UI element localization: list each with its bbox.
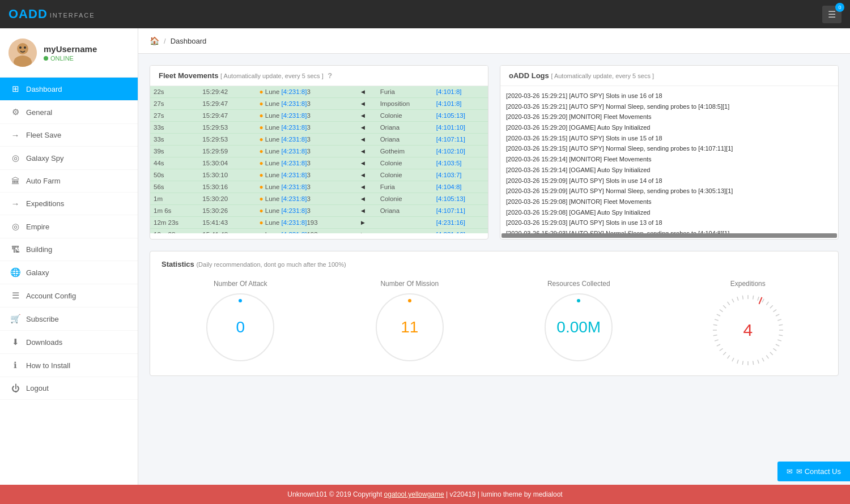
sidebar-item-galaxy[interactable]: 🌐 Galaxy: [0, 261, 138, 284]
fleet-from-coord[interactable]: [4:231:8]: [282, 207, 307, 214]
svg-line-10: [770, 305, 773, 308]
help-icon[interactable]: ?: [328, 71, 332, 80]
galaxy-spy-icon: ◎: [10, 153, 20, 163]
svg-line-43: [737, 297, 738, 301]
sidebar-item-fleet-save[interactable]: → Fleet Save: [0, 124, 138, 147]
avatar-svg: [8, 39, 37, 67]
fleet-from-coord[interactable]: [4:231:8]: [282, 112, 307, 119]
fleet-arrow: ◄: [356, 193, 377, 205]
account-config-icon: ☰: [10, 291, 20, 301]
fleet-clock: 15:29:53: [199, 134, 256, 146]
howto-icon: ℹ: [10, 360, 20, 370]
footer-link[interactable]: ogatool.yellowgame: [384, 490, 444, 498]
svg-line-39: [720, 310, 723, 312]
svg-line-27: [737, 360, 738, 364]
svg-line-6: [753, 296, 753, 300]
fleet-from: ● Lune [4:231:8]193: [256, 217, 356, 229]
logs-title: oADD Logs: [509, 71, 549, 80]
fleet-dest-coord[interactable]: [4:103:7]: [433, 169, 488, 181]
logs-panel-header: oADD Logs [ Automatically update, every …: [500, 66, 838, 86]
logs-scrollbar: [502, 233, 837, 238]
fleet-time: 50s: [150, 169, 199, 181]
notification-button[interactable]: ☰ 0: [822, 6, 842, 23]
fleet-from-coord[interactable]: [4:231:8]: [282, 160, 307, 166]
fleet-from-coord[interactable]: [4:231:8]: [282, 195, 307, 202]
fleet-dest-coord[interactable]: [4:101:8]: [433, 86, 488, 98]
sidebar-item-dashboard[interactable]: ⊞ Dashboard: [0, 78, 138, 101]
fleet-from-coord[interactable]: [4:231:8]: [282, 219, 307, 226]
statistics-header: Statistics (Daily recommendation, dont g…: [162, 260, 827, 268]
fleet-dest-coord[interactable]: [4:103:5]: [433, 157, 488, 169]
svg-line-17: [777, 340, 781, 341]
main-content: 🏠 / Dashboard Fleet Movements [ Automati…: [138, 28, 850, 504]
log-entry: [2020-03-26 15:29:09] [AUTO SPY] Normal …: [506, 186, 832, 197]
sidebar-item-galaxy-spy[interactable]: ◎ Galaxy Spy: [0, 147, 138, 170]
fleet-dest-coord[interactable]: [4:107:11]: [433, 205, 488, 217]
fleet-dest-coord[interactable]: [4:102:10]: [433, 146, 488, 157]
subscribe-icon: 🛒: [10, 314, 20, 324]
sidebar-item-how-to-install[interactable]: ℹ How to Install: [0, 354, 138, 377]
fleet-arrow: ◄: [356, 110, 377, 122]
downloads-icon: ⬇: [10, 337, 20, 347]
logs-auto-update: [ Automatically update, every 5 secs ]: [551, 72, 654, 79]
fleet-clock: 15:41:43: [199, 217, 256, 229]
svg-point-4: [24, 46, 26, 49]
fleet-from: ● Lune [4:231:8]3: [256, 157, 356, 169]
fleet-from-coord[interactable]: [4:231:8]: [282, 148, 307, 155]
sidebar-item-label: Logout: [26, 384, 49, 392]
fleet-from-coord[interactable]: [4:231:8]: [282, 172, 307, 178]
sidebar-item-account-config[interactable]: ☰ Account Config: [0, 284, 138, 307]
fleet-from-coord[interactable]: [4:231:8]: [282, 183, 307, 190]
fleet-table-wrapper[interactable]: 22s 15:29:42 ● Lune [4:231:8]3 ◄ Furia […: [150, 86, 488, 233]
fleet-dest-coord[interactable]: [4:231:16]: [433, 217, 488, 229]
fleet-row: 56s 15:30:16 ● Lune [4:231:8]3 ◄ Furia […: [150, 181, 488, 193]
fleet-from-coord[interactable]: [4:231:8]: [282, 231, 307, 233]
sidebar-item-general[interactable]: ⚙ General: [0, 101, 138, 124]
fleet-from-coord[interactable]: [4:231:8]: [282, 124, 307, 131]
sidebar-item-subscribe[interactable]: 🛒 Subscribe: [0, 307, 138, 331]
fleet-dest-coord[interactable]: [4:105:13]: [433, 193, 488, 205]
resources-circle: 0.00M: [545, 293, 613, 361]
fleet-row: 44s 15:30:04 ● Lune [4:231:8]3 ◄ Colonie…: [150, 157, 488, 169]
fleet-from-coord[interactable]: [4:231:8]: [282, 88, 307, 95]
fleet-dest-coord[interactable]: [4:104:8]: [433, 181, 488, 193]
sidebar-item-building[interactable]: 🏗 Building: [0, 238, 138, 261]
fleet-time: 27s: [150, 110, 199, 122]
sidebar-item-expeditions[interactable]: → Expeditions: [0, 193, 138, 215]
svg-line-20: [770, 352, 773, 355]
fleet-time: 22s: [150, 86, 199, 98]
brand-oadd: OADD: [8, 7, 48, 22]
fleet-dest: Oriana: [377, 134, 433, 146]
sidebar-item-label: Empire: [26, 223, 49, 231]
fleet-dest-coord[interactable]: [4:101:10]: [433, 122, 488, 134]
sidebar-item-auto-farm[interactable]: 🏛 Auto Farm: [0, 170, 138, 193]
svg-line-28: [732, 358, 734, 361]
home-icon[interactable]: 🏠: [150, 36, 159, 45]
fleet-arrow: ◄: [356, 169, 377, 181]
fleet-row: 33s 15:29:53 ● Lune [4:231:8]3 ◄ Oriana …: [150, 134, 488, 146]
fleet-dest: Imposition: [377, 98, 433, 110]
fleet-from-coord[interactable]: [4:231:8]: [282, 100, 307, 107]
sidebar-item-downloads[interactable]: ⬇ Downloads: [0, 331, 138, 354]
sidebar-item-empire[interactable]: ◎ Empire: [0, 215, 138, 238]
svg-line-8: [762, 299, 764, 302]
user-info: myUsername ONLINE: [44, 44, 97, 62]
svg-line-9: [766, 302, 768, 305]
logs-content[interactable]: [2020-03-26 15:29:21] [AUTO SPY] Slots i…: [500, 86, 838, 233]
contact-button[interactable]: ✉ ✉ Contact Us: [777, 462, 850, 481]
fleet-from-coord[interactable]: [4:231:8]: [282, 136, 307, 143]
contact-icon: ✉: [787, 467, 793, 476]
fleet-dest-coord[interactable]: [4:231:16]: [433, 229, 488, 234]
fleet-dest: Oriana: [377, 122, 433, 134]
fleet-dest-coord[interactable]: [4:107:11]: [433, 134, 488, 146]
fleet-dest: Gotheim: [377, 146, 433, 157]
sidebar-item-logout[interactable]: ⏻ Logout: [0, 377, 138, 400]
fleet-dest-coord[interactable]: [4:105:13]: [433, 110, 488, 122]
fleet-clock: 15:29:53: [199, 122, 256, 134]
navbar-right: ☰ 0: [822, 6, 842, 23]
fleet-time: 56s: [150, 181, 199, 193]
sidebar-item-label: Auto Farm: [26, 177, 61, 185]
fleet-dest-coord[interactable]: [4:101:8]: [433, 98, 488, 110]
sidebar-item-label: Building: [26, 245, 52, 254]
fleet-time: 12m 23s: [150, 217, 199, 229]
